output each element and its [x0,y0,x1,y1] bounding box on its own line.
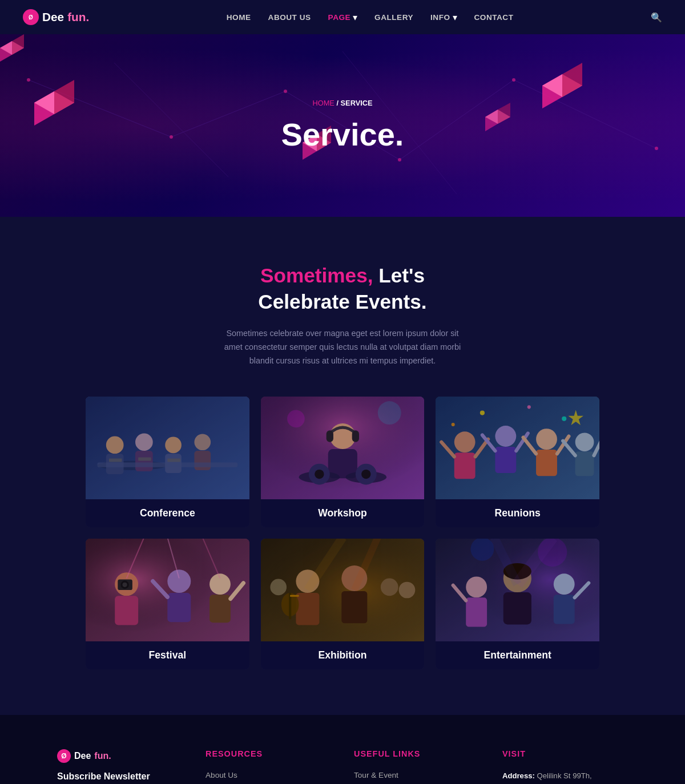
svg-line-3 [171,91,285,137]
exhibition-label: Exhibition [261,641,425,669]
service-card-entertainment[interactable]: Entertainment [436,539,599,669]
services-section: Sometimes, Let'sCelebrate Events. Someti… [0,217,685,715]
section-title: Sometimes, Let'sCelebrate Events. [23,262,662,315]
service-card-festival[interactable]: Festival [86,539,249,669]
svg-point-9 [27,78,30,82]
newsletter-title: Subscribe Newsletter [57,771,183,782]
festival-image [86,539,249,641]
festival-label: Festival [86,641,249,669]
nav-about[interactable]: ABOUT US [268,13,311,22]
brand-dee: Dee [42,10,64,24]
info-dropdown-icon: ▾ [453,12,457,23]
search-icon[interactable]: 🔍 [651,12,662,23]
nav-contact[interactable]: CONTACT [474,13,514,22]
svg-rect-115 [261,539,425,641]
footer-brand-dee: Dee [74,751,91,761]
svg-point-13 [512,78,515,82]
svg-point-11 [284,90,287,93]
footer-brand-column: Ø Deefun. Subscribe Newsletter Signup to… [57,749,183,784]
svg-rect-45 [86,397,249,499]
breadcrumb-current: SERVICE [341,99,373,107]
brand-icon: Ø [23,9,39,25]
svg-line-6 [514,80,656,148]
breadcrumb: HOME / SERVICE [312,99,372,107]
nav-info[interactable]: INFO [430,13,450,22]
page-title: Service. [281,116,404,153]
section-header: Sometimes, Let'sCelebrate Events. Someti… [23,262,662,368]
svg-line-7 [114,63,228,177]
useful-title: USEFUL LINKS [354,749,480,758]
resources-title: RESOURCES [206,749,331,758]
svg-point-14 [655,147,658,150]
svg-marker-19 [0,41,24,55]
svg-line-5 [400,80,514,160]
page-dropdown-icon: ▾ [353,12,357,23]
svg-point-10 [170,135,173,139]
service-card-workshop[interactable]: Workshop [261,397,425,527]
navbar: Ø Deefun. HOME ABOUT US PAGE ▾ GALLERY I… [0,0,685,34]
entertainment-image [436,539,599,641]
useful-links: Tour & Event Community Our Sponsor News … [354,770,480,784]
service-card-exhibition[interactable]: Exhibition [261,539,425,669]
svg-marker-16 [34,91,74,114]
footer: Ø Deefun. Subscribe Newsletter Signup to… [0,715,685,784]
nav-home[interactable]: HOME [227,13,251,22]
svg-marker-22 [542,74,582,97]
footer-resources-column: RESOURCES About Us Company Schedule Our … [206,749,331,784]
nav-gallery[interactable]: GALLERY [374,13,413,22]
svg-marker-15 [34,91,54,126]
footer-visit-column: VISIT Address: Qelilink St 99Th, Pekanba… [502,749,628,784]
footer-logo[interactable]: Ø Deefun. [57,749,183,763]
svg-rect-100 [86,539,249,641]
reunions-label: Reunions [436,499,599,527]
svg-marker-18 [0,41,12,62]
nav-links: HOME ABOUT US PAGE ▾ GALLERY INFO ▾ CONT… [227,12,514,23]
useful-link-tour[interactable]: Tour & Event [354,771,398,779]
nav-page[interactable]: PAGE [328,13,351,22]
exhibition-image [261,539,425,641]
resources-link-aboutus[interactable]: About Us [206,771,237,779]
svg-point-12 [398,158,401,161]
workshop-label: Workshop [261,499,425,527]
service-card-conference[interactable]: Conference [86,397,249,527]
resources-links: About Us Company Schedule Our Team Priva… [206,770,331,784]
visit-info: Address: Qelilink St 99Th, PekanbaruPeka… [502,770,628,784]
address-label: Address: [502,771,535,780]
footer-brand-fun: fun. [94,751,111,761]
footer-brand-icon: Ø [57,749,71,763]
svg-line-2 [29,80,171,137]
svg-marker-21 [542,74,562,108]
visit-title: VISIT [502,749,628,758]
breadcrumb-home[interactable]: HOME [312,99,334,107]
workshop-image [261,397,425,499]
svg-rect-83 [436,397,599,499]
svg-rect-60 [261,397,425,499]
entertainment-label: Entertainment [436,641,599,669]
hero-section: HOME / SERVICE Service. [0,34,685,217]
svg-rect-131 [436,539,599,641]
svg-marker-23 [562,63,582,97]
breadcrumb-sep: / [335,99,341,107]
reunions-image [436,397,599,499]
section-description: Sometimes celebrate over magna eget est … [223,326,462,368]
brand-logo[interactable]: Ø Deefun. [23,9,89,25]
svg-marker-24 [485,110,498,131]
services-grid: Conference [86,397,599,669]
svg-marker-26 [498,103,510,124]
conference-label: Conference [86,499,249,527]
conference-image [86,397,249,499]
svg-marker-17 [54,80,74,114]
brand-fun: fun. [67,10,89,24]
svg-marker-25 [485,110,510,124]
footer-grid: Ø Deefun. Subscribe Newsletter Signup to… [57,749,628,784]
svg-text:Ø: Ø [29,14,33,21]
svg-marker-20 [12,34,24,55]
service-card-reunions[interactable]: Reunions [436,397,599,527]
section-title-highlight: Sometimes, [260,264,373,286]
svg-text:Ø: Ø [61,752,66,760]
footer-useful-column: USEFUL LINKS Tour & Event Community Our … [354,749,480,784]
